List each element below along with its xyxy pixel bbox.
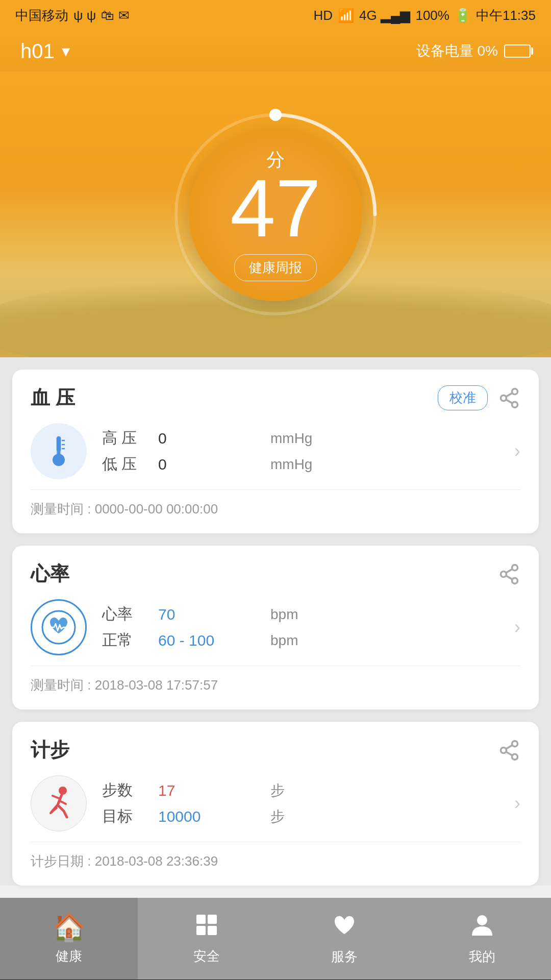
hr-icon	[31, 599, 87, 655]
hr-rate-value: 70	[158, 606, 270, 623]
nav-health[interactable]: 🏠 健康	[0, 898, 138, 979]
nav-security-label: 安全	[193, 947, 220, 965]
steps-count-label: 步数	[102, 780, 143, 801]
bp-high-label: 高 压	[102, 428, 143, 449]
steps-data: 步数 17 步 目标 10000 步	[102, 780, 499, 827]
dropdown-icon[interactable]: ▾	[62, 41, 70, 61]
svg-rect-29	[208, 926, 217, 935]
hr-title: 心率	[31, 561, 69, 587]
clock: 中午11:35	[476, 7, 536, 24]
hr-data: 心率 70 bpm 正常 60 - 100 bpm	[102, 604, 499, 651]
score-value: 47	[230, 167, 321, 249]
hr-share-icon[interactable]	[498, 563, 520, 585]
hr-normal-row: 正常 60 - 100 bpm	[102, 630, 499, 651]
bp-high-unit: mmHg	[270, 430, 312, 447]
runner-icon	[42, 786, 76, 821]
steps-share-icon[interactable]	[498, 739, 520, 762]
steps-count-row: 步数 17 步	[102, 780, 499, 801]
steps-goal-label: 目标	[102, 806, 143, 827]
content-area: 血 压 校准	[0, 357, 551, 886]
steps-goal-value: 10000	[158, 808, 270, 825]
app-icons: 🛍 ✉	[101, 8, 129, 23]
svg-rect-26	[196, 915, 206, 924]
device-selector[interactable]: h01 ▾	[20, 40, 70, 63]
battery-status: 设备电量 0%	[416, 41, 531, 61]
weekly-report-button[interactable]: 健康周报	[234, 254, 317, 281]
bp-high-row: 高 压 0 mmHg	[102, 428, 499, 449]
hr-rate-row: 心率 70 bpm	[102, 604, 499, 625]
bp-share-icon[interactable]	[498, 387, 520, 409]
nav-security[interactable]: 安全	[138, 898, 276, 979]
bp-body: 高 压 0 mmHg 低 压 0 mmHg ›	[31, 423, 520, 479]
svg-point-14	[512, 565, 518, 570]
svg-point-2	[512, 388, 518, 394]
status-bar: 中国移动 ψ ψ 🛍 ✉ HD 📶 4G ▂▄▆ 100% 🔋 中午11:35	[0, 0, 551, 31]
bottom-navigation: 🏠 健康 安全 服务 我的	[0, 898, 551, 979]
wifi-icon: 📶	[338, 8, 354, 23]
steps-count-value: 17	[158, 782, 270, 799]
hd-label: HD	[314, 8, 333, 23]
svg-line-24	[506, 745, 513, 748]
svg-rect-27	[208, 915, 217, 924]
nav-service[interactable]: 服务	[276, 898, 413, 979]
blood-pressure-card: 血 压 校准	[12, 370, 539, 533]
score-circle-container[interactable]: 分 47 健康周报	[168, 107, 383, 322]
heart-icon	[332, 912, 357, 944]
hr-arrow[interactable]: ›	[514, 617, 520, 638]
hr-card-header: 心率	[31, 561, 520, 587]
bp-low-row: 低 压 0 mmHg	[102, 454, 499, 475]
steps-divider	[31, 842, 520, 842]
svg-point-30	[477, 915, 487, 925]
svg-point-3	[501, 395, 507, 401]
battery-outline-icon	[504, 44, 531, 58]
grid-icon	[194, 913, 219, 943]
hr-normal-label: 正常	[102, 630, 143, 651]
svg-line-23	[506, 751, 513, 755]
bp-arrow[interactable]: ›	[514, 440, 520, 462]
person-icon	[469, 912, 495, 944]
bp-data: 高 压 0 mmHg 低 压 0 mmHg	[102, 428, 499, 475]
calibrate-button[interactable]: 校准	[438, 385, 488, 410]
steps-goal-row: 目标 10000 步	[102, 806, 499, 827]
bp-icon	[31, 423, 87, 479]
carrier-label: 中国移动	[15, 7, 68, 24]
svg-point-16	[512, 578, 518, 583]
steps-goal-unit: 步	[270, 807, 285, 826]
battery-full-icon: 🔋	[455, 8, 471, 23]
hr-normal-value: 60 - 100	[158, 632, 270, 649]
bp-actions: 校准	[438, 385, 520, 410]
score-display: 分 47 健康周报	[189, 128, 362, 301]
bp-high-value: 0	[158, 430, 270, 447]
nav-service-label: 服务	[331, 948, 358, 966]
device-name: h01	[20, 40, 55, 63]
status-left: 中国移动 ψ ψ 🛍 ✉	[15, 7, 130, 24]
battery-percent: 100%	[415, 8, 449, 23]
bp-low-value: 0	[158, 456, 270, 473]
svg-rect-28	[196, 926, 206, 935]
heart-rate-card: 心率 心率 70 bpm	[12, 546, 539, 709]
svg-rect-10	[57, 449, 60, 461]
hr-rate-label: 心率	[102, 604, 143, 625]
svg-line-6	[506, 393, 513, 396]
steps-body: 步数 17 步 目标 10000 步 ›	[31, 775, 520, 831]
svg-point-1	[269, 109, 282, 121]
svg-point-25	[59, 787, 67, 795]
hr-timestamp: 测量时间 : 2018-03-08 17:57:57	[31, 677, 218, 693]
svg-line-5	[506, 399, 513, 403]
nav-mine-label: 我的	[469, 948, 495, 966]
nav-health-label: 健康	[56, 947, 82, 965]
signal-bars: 4G ▂▄▆	[359, 8, 410, 23]
steps-count-unit: 步	[270, 781, 285, 800]
steps-title: 计步	[31, 737, 69, 763]
svg-point-22	[512, 754, 518, 760]
hr-body: 心率 70 bpm 正常 60 - 100 bpm ›	[31, 599, 520, 655]
steps-icon	[31, 775, 87, 831]
app-header: h01 ▾ 设备电量 0%	[0, 31, 551, 71]
battery-label: 设备电量 0%	[416, 41, 498, 61]
bp-card-header: 血 压 校准	[31, 385, 520, 411]
hr-normal-unit: bpm	[270, 632, 298, 649]
thermometer-icon	[43, 433, 74, 469]
nav-mine[interactable]: 我的	[413, 898, 551, 979]
bp-title: 血 压	[31, 385, 75, 411]
steps-arrow[interactable]: ›	[514, 793, 520, 814]
